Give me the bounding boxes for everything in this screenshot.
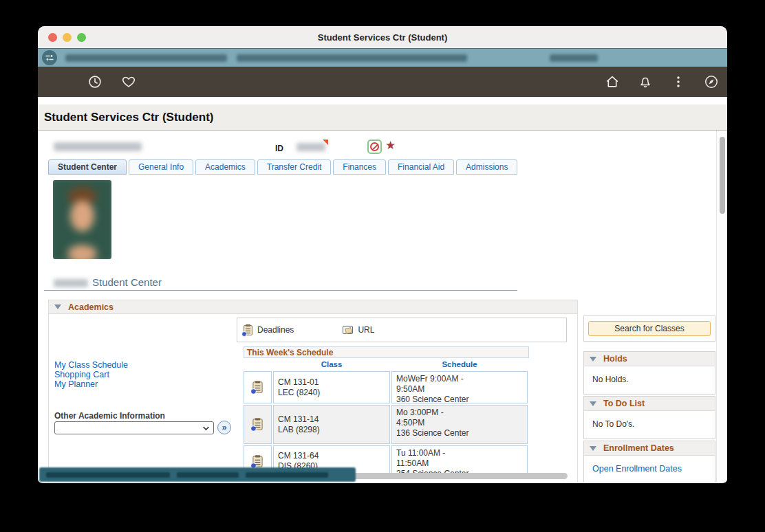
collapse-triangle-icon[interactable] <box>590 401 596 406</box>
favorite-star-icon[interactable]: ★ <box>385 138 396 153</box>
column-header-class: Class <box>273 360 390 368</box>
class-room: 136 Science Center <box>396 428 524 439</box>
close-window-button[interactable] <box>48 33 57 42</box>
collapse-triangle-icon[interactable] <box>54 304 61 309</box>
toolbar-left-group <box>38 74 136 89</box>
holds-section-header[interactable]: Holds <box>584 352 715 366</box>
url-bar[interactable] <box>38 48 727 67</box>
class-detail-calendar-icon[interactable] <box>244 405 272 444</box>
vertical-scrollbar[interactable] <box>716 131 727 483</box>
browser-window: Student Services Ctr (Student) <box>38 26 727 483</box>
weekly-schedule-table: This Week's Schedule Class Schedule CM 1… <box>244 346 529 477</box>
schedule-toolbar: Deadlines URL <box>237 318 567 342</box>
class-section: LAB (8298) <box>278 425 389 435</box>
other-academic-info-select[interactable] <box>54 421 214 434</box>
class-time2: 11:50AM <box>396 458 524 469</box>
tab-student-center[interactable]: Student Center <box>48 159 127 175</box>
enrollment-section-header[interactable]: Enrollment Dates <box>584 441 715 456</box>
enrollment-title: Enrollment Dates <box>603 443 674 453</box>
academics-panel: Academics My Class Schedule Shopping Car… <box>48 300 578 483</box>
class-time: MoWeFr 9:00AM - <box>396 374 524 384</box>
todo-title: To Do List <box>603 399 645 408</box>
app-toolbar <box>38 67 727 97</box>
url-monitor-icon <box>343 326 353 334</box>
academics-links: My Class Schedule Shopping Cart My Plann… <box>54 360 128 389</box>
decorative-banner <box>38 97 727 104</box>
more-options-kebab-icon[interactable] <box>671 74 686 89</box>
holds-box: Holds No Holds. <box>583 351 715 395</box>
class-room: 360 Science Center <box>396 395 524 405</box>
todo-body: No To Do's. <box>584 411 715 429</box>
favorites-heart-icon[interactable] <box>121 74 136 89</box>
class-time: Tu 11:00AM - <box>396 448 524 458</box>
todo-box: To Do List No To Do's. <box>583 396 715 439</box>
site-settings-icon[interactable] <box>42 50 57 65</box>
class-section: LEC (8240) <box>278 388 389 398</box>
academics-section-header[interactable]: Academics <box>49 300 577 314</box>
tab-admissions[interactable]: Admissions <box>456 159 517 175</box>
heading-divider <box>44 290 517 291</box>
other-academic-info-row: » <box>54 421 231 434</box>
link-my-planner[interactable]: My Planner <box>54 379 128 389</box>
toolbar-right-group <box>605 74 727 89</box>
collapse-triangle-icon[interactable] <box>590 446 596 451</box>
tab-financial-aid[interactable]: Financial Aid <box>388 159 454 175</box>
url-text-redacted <box>65 54 598 62</box>
recent-places-clock-icon[interactable] <box>87 74 103 89</box>
search-for-classes-button[interactable]: Search for Classes <box>588 321 711 336</box>
student-name-redacted <box>54 142 142 151</box>
weekly-schedule-title: This Week's Schedule <box>244 346 529 358</box>
deadlines-link[interactable]: Deadlines <box>244 325 294 335</box>
url-link[interactable]: URL <box>343 325 374 335</box>
window-titlebar: Student Services Ctr (Student) <box>38 26 727 48</box>
column-header-schedule: Schedule <box>391 360 528 368</box>
tune-icon <box>45 53 54 63</box>
open-enrollment-dates-link[interactable]: Open Enrollment Dates <box>592 464 682 474</box>
student-photo <box>53 180 111 259</box>
record-tabs: Student Center General Info Academics Tr… <box>48 159 517 175</box>
minimize-window-button[interactable] <box>63 33 72 42</box>
tab-transfer-credit[interactable]: Transfer Credit <box>257 159 332 175</box>
schedule-row: CM 131-14 LAB (8298) Mo 3:00PM - 4:50PM … <box>244 405 529 444</box>
todo-section-header[interactable]: To Do List <box>584 397 715 411</box>
related-info-marker-icon <box>323 140 328 145</box>
vertical-scrollbar-thumb[interactable] <box>720 137 725 214</box>
go-button[interactable]: » <box>217 421 231 434</box>
other-academic-info-label: Other Academic Information <box>54 411 165 421</box>
class-detail-calendar-icon[interactable] <box>244 371 272 403</box>
link-shopping-cart[interactable]: Shopping Cart <box>54 370 128 379</box>
heading-text: Student Center <box>92 276 162 288</box>
holds-title: Holds <box>603 354 627 364</box>
id-label: ID <box>275 144 283 153</box>
no-related-content-icon[interactable] <box>367 140 382 154</box>
tab-general-info[interactable]: General Info <box>129 159 193 175</box>
student-firstname-redacted <box>54 279 88 287</box>
student-center-heading: Student Center <box>54 276 162 288</box>
search-for-classes-box: Search for Classes <box>583 315 715 342</box>
page-title: Student Services Ctr (Student) <box>44 111 214 124</box>
academics-section-title: Academics <box>68 302 114 312</box>
schedule-row: CM 131-01 LEC (8240) MoWeFr 9:00AM - 9:5… <box>244 371 529 403</box>
zoom-window-button[interactable] <box>77 33 86 42</box>
page-content: ID ★ Student Center General Info Academi… <box>38 131 727 483</box>
tab-finances[interactable]: Finances <box>333 159 386 175</box>
student-id-redacted <box>297 143 325 151</box>
deadlines-calendar-icon <box>244 325 252 335</box>
home-icon[interactable] <box>605 74 620 89</box>
link-my-class-schedule[interactable]: My Class Schedule <box>54 360 128 370</box>
traffic-lights <box>48 26 86 48</box>
notifications-bell-icon[interactable] <box>638 74 653 89</box>
link-preview-tooltip-redacted <box>39 467 356 482</box>
class-name: CM 131-01 <box>278 377 389 388</box>
chevron-down-icon <box>202 425 210 432</box>
class-name: CM 131-14 <box>278 414 389 425</box>
tab-academics[interactable]: Academics <box>195 159 255 175</box>
collapse-triangle-icon[interactable] <box>590 357 596 362</box>
schedule-header-row: Class Schedule <box>244 358 529 370</box>
navbar-compass-icon[interactable] <box>704 74 719 89</box>
class-time: Mo 3:00PM - <box>396 408 524 418</box>
class-time2: 4:50PM <box>396 418 524 428</box>
holds-body: No Holds. <box>584 366 715 384</box>
class-time2: 9:50AM <box>396 384 524 395</box>
class-name: CM 131-64 <box>278 451 389 461</box>
